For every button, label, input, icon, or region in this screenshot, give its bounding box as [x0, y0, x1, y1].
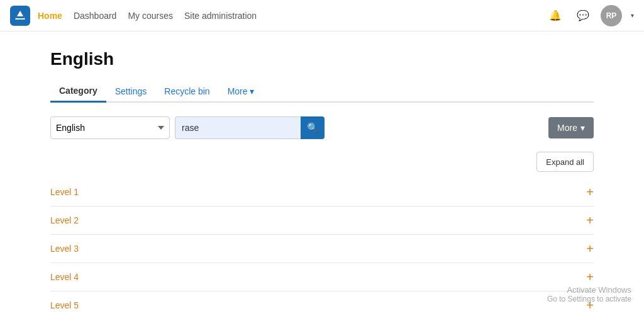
nav-links: Home Dashboard My courses Site administr… — [38, 11, 545, 21]
filter-row: English All categories 🔍 More ▾ — [50, 116, 594, 139]
level-2-add-button[interactable]: + — [586, 214, 594, 227]
search-wrapper: 🔍 — [175, 116, 325, 139]
list-item: Level 4 + — [50, 263, 594, 291]
level-1-add-button[interactable]: + — [586, 186, 594, 198]
more-button-caret-icon: ▾ — [580, 123, 585, 133]
tab-more-caret-icon: ▾ — [250, 86, 254, 96]
level-list: Level 1 + Level 2 + Level 3 + Level 4 + … — [50, 178, 594, 316]
level-2-link[interactable]: Level 2 — [50, 215, 79, 225]
level-4-link[interactable]: Level 4 — [50, 272, 79, 282]
tabs-bar: Category Settings Recycle bin More ▾ — [50, 81, 594, 103]
nav-dashboard[interactable]: Dashboard — [74, 11, 117, 21]
list-item: Level 5 + — [50, 291, 594, 316]
tab-settings[interactable]: Settings — [106, 81, 156, 101]
nav-actions: 🔔 💬 RP ▾ — [545, 5, 634, 26]
nav-site-admin[interactable]: Site administration — [184, 11, 257, 21]
tab-category[interactable]: Category — [50, 81, 106, 103]
nav-my-courses[interactable]: My courses — [128, 11, 173, 21]
list-item: Level 3 + — [50, 235, 594, 263]
svg-rect-2 — [16, 16, 24, 18]
more-button[interactable]: More ▾ — [548, 117, 594, 138]
level-3-add-button[interactable]: + — [586, 242, 594, 255]
tab-more-label: More — [228, 86, 248, 96]
notifications-button[interactable]: 🔔 — [545, 6, 565, 26]
page-title: English — [50, 49, 594, 69]
tab-more[interactable]: More ▾ — [219, 81, 263, 101]
avatar-caret-icon: ▾ — [631, 12, 634, 19]
search-button[interactable]: 🔍 — [301, 116, 325, 139]
app-logo — [10, 6, 30, 26]
level-5-link[interactable]: Level 5 — [50, 300, 79, 310]
expand-row: Expand all — [50, 152, 594, 172]
level-5-add-button[interactable]: + — [586, 299, 594, 312]
category-filter-select[interactable]: English All categories — [50, 116, 170, 139]
tab-recycle-bin[interactable]: Recycle bin — [155, 81, 218, 101]
more-button-label: More — [557, 123, 577, 133]
search-input[interactable] — [175, 116, 301, 139]
list-item: Level 1 + — [50, 178, 594, 206]
user-avatar-button[interactable]: RP — [601, 5, 622, 26]
navbar: Home Dashboard My courses Site administr… — [0, 0, 644, 31]
list-item: Level 2 + — [50, 206, 594, 235]
expand-all-button[interactable]: Expand all — [536, 152, 594, 172]
page-content: English Category Settings Recycle bin Mo… — [0, 31, 644, 316]
level-4-add-button[interactable]: + — [586, 271, 594, 283]
level-3-link[interactable]: Level 3 — [50, 244, 79, 254]
search-icon: 🔍 — [307, 122, 319, 133]
nav-home[interactable]: Home — [38, 11, 62, 21]
messages-button[interactable]: 💬 — [573, 6, 593, 26]
level-1-link[interactable]: Level 1 — [50, 187, 79, 197]
